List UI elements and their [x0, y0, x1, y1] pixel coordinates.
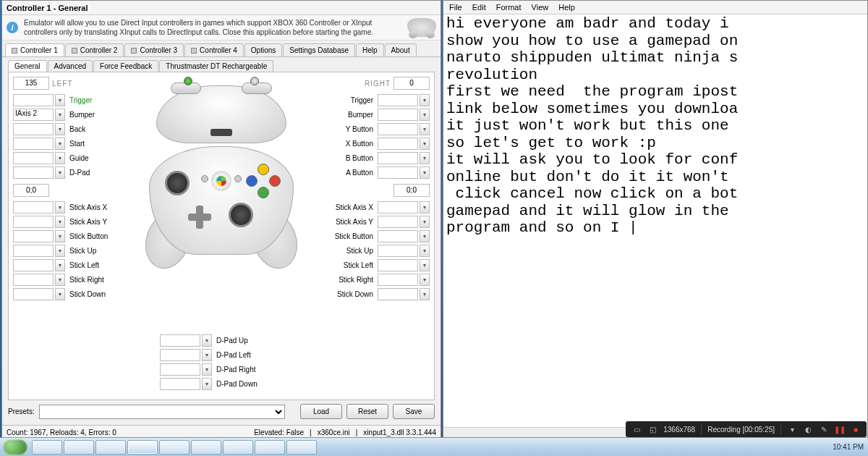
mapping-input[interactable] — [13, 288, 54, 300]
tab-settings-database[interactable]: Settings Database — [283, 43, 355, 56]
taskbar[interactable]: 10:41 PM — [0, 437, 868, 456]
mapping-input[interactable] — [13, 138, 54, 150]
mapping-input[interactable] — [13, 94, 54, 106]
dropdown-button[interactable]: ▾ — [202, 334, 212, 347]
task-item[interactable] — [191, 440, 221, 455]
dropdown-button[interactable]: ▾ — [55, 152, 65, 164]
menu-file[interactable]: File — [445, 1, 467, 13]
mapping-input[interactable] — [13, 259, 54, 271]
mapping-input[interactable] — [160, 378, 200, 390]
presets-select[interactable] — [39, 405, 285, 419]
mapping-input[interactable] — [378, 94, 418, 106]
mapping-input[interactable] — [13, 123, 54, 135]
crop-icon[interactable]: ◱ — [647, 424, 658, 434]
dropdown-button[interactable]: ▾ — [420, 230, 430, 242]
mapping-input[interactable] — [378, 138, 418, 150]
mapping-input[interactable] — [378, 123, 418, 135]
mapping-input[interactable] — [13, 166, 54, 179]
dropdown-button[interactable]: ▾ — [202, 349, 212, 361]
reset-button[interactable]: Reset — [346, 404, 388, 419]
taskbar-clock[interactable]: 10:41 PM — [833, 443, 864, 451]
dropdown-button[interactable]: ▾ — [55, 216, 65, 228]
dropdown-button[interactable]: ▾ — [420, 152, 430, 164]
dropdown-button[interactable]: ▾ — [202, 378, 212, 390]
tab-help[interactable]: Help — [356, 43, 384, 56]
mapping-input[interactable] — [13, 201, 54, 214]
chevron-down-icon[interactable]: ▾ — [787, 424, 797, 434]
dropdown-button[interactable]: ▾ — [55, 123, 65, 135]
mapping-input[interactable] — [378, 259, 418, 271]
tab-controller-1[interactable]: Controller 1 — [5, 43, 64, 56]
dropdown-button[interactable]: ▾ — [55, 245, 65, 257]
task-item[interactable] — [159, 440, 190, 455]
mapping-input[interactable] — [160, 334, 200, 347]
pencil-icon[interactable]: ✎ — [819, 424, 829, 434]
mapping-input[interactable] — [378, 166, 418, 179]
pause-icon[interactable]: ❚❚ — [835, 424, 845, 434]
tab-options[interactable]: Options — [244, 43, 282, 56]
task-item[interactable] — [127, 440, 158, 455]
task-item[interactable] — [223, 440, 253, 455]
mapping-input[interactable]: IAxis 2 — [13, 109, 54, 121]
title-bar[interactable]: Controller 1 - General — [2, 1, 441, 15]
mapping-input[interactable] — [13, 245, 54, 257]
dropdown-button[interactable]: ▾ — [55, 166, 65, 179]
dropdown-button[interactable]: ▾ — [420, 109, 430, 121]
dropdown-button[interactable]: ▾ — [202, 363, 212, 376]
subtab-thrustmaster-dt-rechargeable[interactable]: Thrustmaster DT Rechargeable — [159, 60, 273, 72]
mapping-input[interactable] — [13, 216, 54, 228]
dropdown-button[interactable]: ▾ — [420, 216, 430, 228]
dropdown-button[interactable]: ▾ — [55, 259, 65, 271]
menu-format[interactable]: Format — [492, 1, 526, 13]
dropdown-button[interactable]: ▾ — [55, 109, 65, 121]
task-item[interactable] — [64, 440, 94, 455]
mapping-input[interactable] — [160, 349, 200, 361]
mapping-input[interactable] — [13, 230, 54, 242]
tab-controller-3[interactable]: Controller 3 — [124, 43, 184, 56]
dropdown-button[interactable]: ▾ — [55, 288, 65, 300]
mapping-input[interactable] — [160, 363, 200, 376]
dropdown-button[interactable]: ▾ — [55, 274, 65, 286]
dropdown-button[interactable]: ▾ — [420, 94, 430, 106]
dropdown-button[interactable]: ▾ — [420, 245, 430, 257]
task-item[interactable] — [255, 440, 285, 455]
dropdown-button[interactable]: ▾ — [420, 288, 430, 300]
mapping-input[interactable] — [378, 230, 418, 242]
dropdown-button[interactable]: ▾ — [420, 166, 430, 179]
monitor-icon[interactable]: ▭ — [631, 424, 642, 434]
dropdown-button[interactable]: ▾ — [420, 138, 430, 150]
tab-about[interactable]: About — [385, 43, 417, 56]
dropdown-button[interactable]: ▾ — [420, 274, 430, 286]
mapping-input[interactable] — [378, 109, 418, 121]
notepad-textarea[interactable]: hi everyone am badr and today i show you… — [443, 14, 867, 427]
dropdown-button[interactable]: ▾ — [420, 201, 430, 214]
subtab-general[interactable]: General — [8, 60, 47, 72]
task-item[interactable] — [286, 440, 317, 455]
dropdown-button[interactable]: ▾ — [420, 123, 430, 135]
mapping-input[interactable] — [13, 274, 54, 286]
mapping-input[interactable] — [378, 152, 418, 164]
mapping-input[interactable] — [13, 152, 54, 164]
mapping-input[interactable] — [378, 245, 418, 257]
tab-controller-2[interactable]: Controller 2 — [65, 43, 124, 56]
save-button[interactable]: Save — [393, 404, 435, 419]
menu-help[interactable]: Help — [554, 1, 579, 13]
dropdown-button[interactable]: ▾ — [420, 259, 430, 271]
toggle-icon[interactable]: ◐ — [803, 424, 813, 434]
load-button[interactable]: Load — [300, 404, 342, 419]
dropdown-button[interactable]: ▾ — [55, 201, 65, 214]
dropdown-button[interactable]: ▾ — [55, 94, 65, 106]
screen-recorder-bar[interactable]: ▭ ◱ 1366x768 Recording [00:05:25] ▾ ◐ ✎ … — [626, 421, 867, 437]
tab-controller-4[interactable]: Controller 4 — [184, 43, 244, 56]
dropdown-button[interactable]: ▾ — [55, 138, 65, 150]
mapping-input[interactable] — [378, 288, 418, 300]
start-button[interactable] — [3, 439, 27, 455]
stop-icon[interactable]: ■ — [851, 424, 861, 434]
mapping-input[interactable] — [378, 274, 418, 286]
subtab-advanced[interactable]: Advanced — [48, 60, 93, 72]
dropdown-button[interactable]: ▾ — [55, 230, 65, 242]
mapping-input[interactable] — [378, 216, 418, 228]
menu-view[interactable]: View — [527, 1, 553, 13]
task-item[interactable] — [95, 440, 126, 455]
subtab-force-feedback[interactable]: Force Feedback — [93, 60, 158, 72]
